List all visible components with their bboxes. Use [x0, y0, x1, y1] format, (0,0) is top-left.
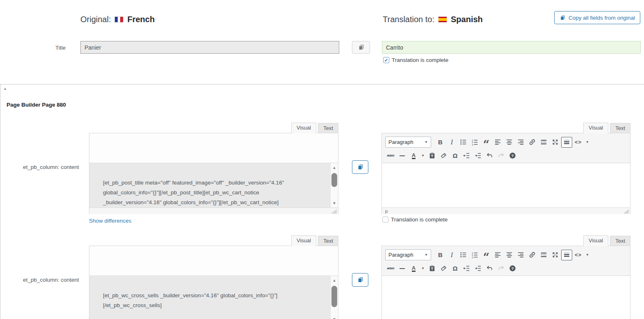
field-complete-row: ✓ Translation is complete: [382, 216, 448, 223]
align-center-button[interactable]: [504, 250, 515, 260]
translation-editor: Paragraph▼ B I “ <> ▼ ABC A: [381, 133, 630, 214]
numbered-list-button[interactable]: [469, 137, 480, 148]
scroll-up-icon[interactable]: ▲: [331, 278, 338, 283]
toolbar-toggle-button[interactable]: [561, 250, 572, 260]
toolbar-row-1: Paragraph▼ B I “ <> ▼: [385, 248, 627, 262]
title-complete-checkbox[interactable]: ✓: [383, 57, 389, 63]
text-color-button[interactable]: A: [408, 150, 419, 161]
tab-visual[interactable]: Visual: [583, 235, 608, 246]
numbered-list-button[interactable]: [469, 250, 480, 260]
chevron-down-icon: ▼: [425, 253, 428, 257]
bulleted-list-button[interactable]: [458, 137, 469, 148]
align-right-button[interactable]: [515, 250, 526, 260]
title-complete-label: Translation is complete: [392, 57, 448, 63]
copy-icon: [357, 164, 364, 171]
copy-title-button[interactable]: [352, 41, 370, 54]
horizontal-rule-button[interactable]: [397, 263, 408, 274]
insert-link-button[interactable]: [527, 137, 538, 148]
translation-editor-tabs: Visual Text: [381, 123, 630, 133]
collapse-panel-icon[interactable]: ▲: [3, 87, 7, 91]
tab-text[interactable]: Text: [318, 236, 338, 246]
original-visual-area: [89, 133, 338, 163]
read-more-tag-button[interactable]: [538, 250, 549, 260]
undo-button[interactable]: [484, 263, 495, 274]
special-character-button[interactable]: Ω: [450, 263, 461, 274]
code-dropdown-icon[interactable]: ▼: [584, 137, 591, 148]
scrollbar-thumb[interactable]: [331, 286, 337, 307]
show-differences-link[interactable]: Show differences: [89, 218, 131, 224]
paste-as-text-button[interactable]: [427, 263, 438, 274]
redo-button[interactable]: [496, 263, 507, 274]
italic-button[interactable]: I: [446, 137, 457, 148]
shortcode-code-button[interactable]: <>: [573, 137, 584, 148]
text-color-button[interactable]: A: [408, 263, 419, 274]
tab-text[interactable]: Text: [610, 236, 630, 246]
undo-button[interactable]: [484, 150, 495, 161]
align-left-button[interactable]: [492, 250, 503, 260]
indent-button[interactable]: [473, 263, 484, 274]
align-left-button[interactable]: [492, 137, 503, 148]
title-translation-input[interactable]: [382, 41, 641, 54]
read-more-tag-button[interactable]: [538, 137, 549, 148]
scrollbar: ▲ ▼: [330, 163, 338, 207]
editor-toolbar: Paragraph▼ B I “ <> ▼ ABC A: [382, 133, 630, 163]
tab-visual[interactable]: Visual: [291, 235, 316, 246]
tab-text[interactable]: Text: [610, 123, 630, 133]
tab-text[interactable]: Text: [318, 123, 338, 133]
bulleted-list-button[interactable]: [458, 250, 469, 260]
scrollbar-thumb[interactable]: [331, 173, 337, 187]
translation-editor-page: Original: French Translation to: Spanish…: [0, 0, 644, 319]
redo-button[interactable]: [496, 150, 507, 161]
resize-grip[interactable]: [623, 209, 629, 213]
paste-as-text-button[interactable]: [427, 150, 438, 161]
fullscreen-button[interactable]: [550, 250, 561, 260]
outdent-button[interactable]: [461, 263, 472, 274]
blockquote-button[interactable]: “: [481, 250, 492, 260]
strikethrough-button[interactable]: ABC: [385, 150, 396, 161]
copy-field-button[interactable]: [352, 160, 368, 174]
resize-grip[interactable]: [331, 209, 337, 213]
bold-button[interactable]: B: [435, 250, 446, 260]
title-original-input[interactable]: [80, 41, 339, 54]
paragraph-format-select[interactable]: Paragraph▼: [385, 249, 431, 260]
clear-formatting-button[interactable]: [438, 150, 449, 161]
clear-formatting-button[interactable]: [438, 263, 449, 274]
italic-button[interactable]: I: [446, 250, 457, 260]
copy-field-button[interactable]: [352, 273, 368, 287]
element-path: p: [385, 209, 388, 214]
scroll-up-icon[interactable]: ▲: [331, 165, 338, 170]
scroll-down-icon[interactable]: ▼: [331, 201, 338, 205]
translation-content-area[interactable]: [382, 163, 630, 207]
align-right-button[interactable]: [515, 137, 526, 148]
code-dropdown-icon[interactable]: ▼: [584, 250, 591, 260]
bold-button[interactable]: B: [435, 137, 446, 148]
indent-button[interactable]: [473, 150, 484, 161]
original-label: Original:: [80, 15, 111, 24]
tab-visual[interactable]: Visual: [291, 123, 316, 133]
translation-label: Translation to:: [383, 15, 434, 24]
align-center-button[interactable]: [504, 137, 515, 148]
original-language-name: French: [127, 15, 155, 24]
text-color-dropdown-icon[interactable]: ▼: [420, 150, 426, 161]
blockquote-button[interactable]: “: [481, 137, 492, 148]
shortcode-code-button[interactable]: <>: [573, 250, 584, 260]
translation-editor-tabs: Visual Text: [381, 235, 630, 246]
toolbar-toggle-button[interactable]: [561, 137, 572, 148]
help-button[interactable]: [507, 263, 518, 274]
insert-link-button[interactable]: [527, 250, 538, 260]
translation-content-area[interactable]: [382, 276, 630, 319]
strikethrough-button[interactable]: ABC: [385, 263, 396, 274]
text-color-dropdown-icon[interactable]: ▼: [420, 263, 426, 274]
scroll-down-icon[interactable]: ▼: [331, 317, 338, 319]
help-button[interactable]: [507, 150, 518, 161]
shortcode-content: [et_pb_post_title meta="off" featured_im…: [89, 163, 338, 207]
horizontal-rule-button[interactable]: [397, 150, 408, 161]
paragraph-format-select[interactable]: Paragraph▼: [385, 137, 431, 148]
copy-all-fields-button[interactable]: Copy all fields from original: [554, 11, 640, 24]
field-complete-checkbox[interactable]: ✓: [382, 216, 388, 223]
fullscreen-button[interactable]: [550, 137, 561, 148]
copy-all-fields-label: Copy all fields from original: [569, 15, 635, 21]
special-character-button[interactable]: Ω: [450, 150, 461, 161]
tab-visual[interactable]: Visual: [583, 123, 608, 133]
outdent-button[interactable]: [461, 150, 472, 161]
